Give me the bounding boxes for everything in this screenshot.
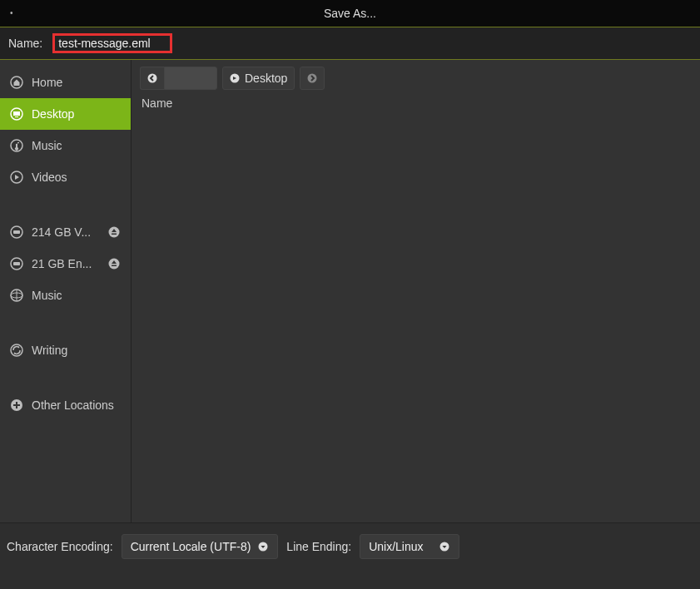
videos-icon [10, 171, 23, 184]
titlebar: • Save As... [0, 0, 700, 27]
sidebar-item-label: 214 GB V... [32, 225, 99, 239]
sidebar-item-videos[interactable]: Videos [0, 161, 131, 193]
drive-icon [10, 257, 23, 270]
sidebar-item-network-music[interactable]: Music [0, 280, 131, 311]
filename-input[interactable] [58, 37, 166, 50]
pathbar: Desktop [132, 60, 700, 93]
modified-indicator: • [10, 0, 13, 27]
sidebar-item-other-locations[interactable]: Other Locations [0, 389, 131, 421]
sidebar-item-label: Desktop [32, 107, 121, 121]
sidebar-item-label: Videos [32, 171, 121, 184]
sidebar-item-label: 21 GB En... [32, 257, 99, 270]
main-area: Home Desktop Music Videos 214 GB V... [0, 60, 700, 522]
music-icon [10, 139, 23, 152]
encoding-value: Current Locale (UTF-8) [131, 540, 251, 553]
svg-point-17 [148, 74, 157, 83]
svg-rect-7 [13, 230, 20, 234]
path-forward-button[interactable] [300, 67, 325, 90]
sidebar-item-label: Other Locations [32, 398, 121, 412]
sidebar-item-label: Home [32, 76, 121, 89]
path-back-button[interactable] [140, 67, 164, 90]
encoding-label: Character Encoding: [7, 540, 113, 553]
eject-icon[interactable] [107, 257, 121, 270]
encoding-dropdown[interactable]: Current Locale (UTF-8) [122, 534, 279, 559]
file-list-header-name[interactable]: Name [132, 93, 700, 116]
drive-icon [10, 225, 23, 239]
file-list[interactable] [132, 116, 700, 522]
sidebar-item-volume-214gb[interactable]: 214 GB V... [0, 216, 131, 248]
folder-crumb-icon [230, 73, 240, 83]
svg-rect-3 [15, 116, 18, 117]
caret-down-icon [439, 541, 450, 552]
sidebar-item-label: Writing [32, 344, 121, 357]
path-history-button[interactable] [164, 67, 217, 90]
eject-icon[interactable] [107, 225, 121, 239]
svg-rect-10 [13, 262, 20, 265]
path-crumb-desktop[interactable]: Desktop [222, 67, 295, 90]
desktop-icon [10, 107, 23, 121]
sync-icon [10, 344, 23, 357]
sidebar-item-volume-21gb[interactable]: 21 GB En... [0, 248, 131, 280]
places-sidebar: Home Desktop Music Videos 214 GB V... [0, 60, 132, 522]
line-ending-dropdown[interactable]: Unix/Linux [360, 534, 459, 559]
sidebar-item-music[interactable]: Music [0, 130, 131, 161]
plus-icon [10, 398, 23, 412]
chevron-left-icon [147, 73, 157, 83]
home-icon [10, 76, 23, 89]
sidebar-item-label: Music [32, 289, 121, 302]
sidebar-item-desktop[interactable]: Desktop [0, 98, 131, 130]
path-crumb-label: Desktop [245, 72, 287, 85]
chevron-right-icon [307, 73, 317, 83]
bottom-bar: Character Encoding: Current Locale (UTF-… [0, 522, 700, 569]
line-ending-label: Line Ending: [286, 540, 351, 553]
name-label: Name: [8, 37, 42, 50]
svg-rect-2 [13, 111, 20, 116]
sidebar-item-label: Music [32, 139, 121, 152]
name-row: Name: [0, 27, 700, 60]
window-title: Save As... [324, 7, 376, 20]
name-input-highlight [52, 33, 172, 53]
line-ending-value: Unix/Linux [369, 540, 423, 553]
sidebar-item-home[interactable]: Home [0, 67, 131, 98]
svg-point-19 [308, 74, 317, 83]
sidebar-item-writing[interactable]: Writing [0, 334, 131, 366]
caret-down-icon [257, 541, 269, 552]
network-icon [10, 289, 23, 302]
content-pane: Desktop Name [132, 60, 700, 522]
